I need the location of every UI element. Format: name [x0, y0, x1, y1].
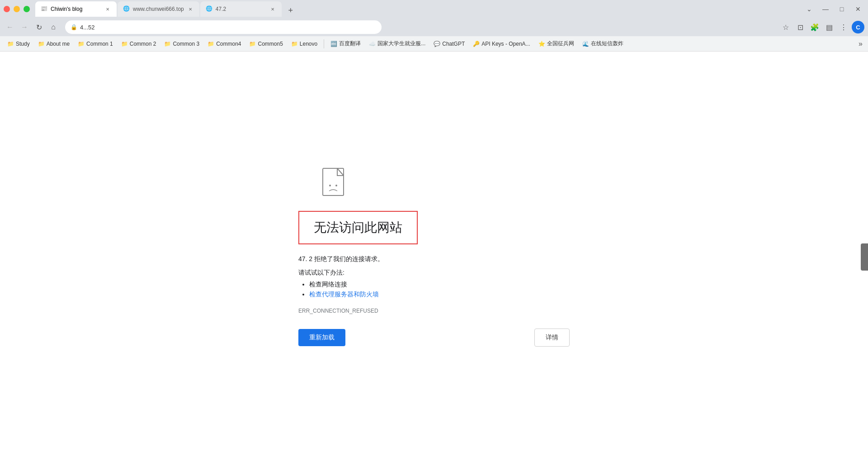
svg-point-3	[335, 185, 337, 186]
page-content: 无法访问此网站 47. 2 拒绝了我们的连接请求。 请试试以下办法: 检查网络连…	[0, 52, 868, 462]
new-tab-button[interactable]: +	[284, 4, 297, 17]
security-icon: 🔒	[71, 24, 77, 30]
bookmark-label-apikeys: API Keys - OpenA...	[481, 41, 530, 47]
folder-icon-6: 📁	[208, 41, 214, 47]
bookmark-common4[interactable]: 📁 Common4	[204, 39, 245, 49]
bookmark-common3[interactable]: 📁 Common 3	[160, 39, 203, 49]
tab-title-1: Chiwin's blog	[51, 6, 101, 12]
suggestion-2[interactable]: 检查代理服务器和防火墙	[309, 291, 379, 299]
tab-overflow-button[interactable]: ⌄	[803, 3, 816, 15]
window-controls	[4, 6, 30, 12]
close-button[interactable]: ✕	[852, 3, 864, 15]
extensions-button[interactable]: 🧩	[808, 21, 821, 33]
error-title: 无法访问此网站	[314, 219, 402, 236]
bookmark-common1[interactable]: 📁 Common 1	[74, 39, 117, 49]
folder-icon-7: 📁	[249, 41, 256, 47]
bookmark-study[interactable]: 📁 Study	[4, 39, 33, 49]
suggestion-1-text: 检查网络连接	[309, 281, 347, 288]
bookmark-label-common1: Common 1	[86, 41, 113, 47]
side-panel-button[interactable]: ▤	[823, 21, 835, 33]
cloud-icon: ☁️	[369, 41, 376, 47]
bookmark-label-lenovo: Lenovo	[300, 41, 317, 47]
bookmark-star-button[interactable]: ☆	[779, 21, 792, 33]
folder-icon: 📁	[7, 41, 14, 47]
profile-button[interactable]: C	[852, 21, 864, 33]
window-actions: ⌄ — □ ✕	[803, 3, 864, 15]
tab-chunwei[interactable]: 🌐 www.chunwei666.top ✕	[118, 1, 199, 17]
bookmarks-overflow-button[interactable]: »	[857, 38, 864, 50]
scroll-indicator	[861, 243, 868, 271]
bookmark-label-about-me: About me	[47, 41, 70, 47]
tab-close-3[interactable]: ✕	[269, 5, 276, 13]
bookmark-common5[interactable]: 📁 Common5	[245, 39, 286, 49]
suggestion-1: 检查网络连接	[309, 281, 379, 289]
key-icon: 🔑	[473, 41, 480, 47]
proxy-firewall-link[interactable]: 检查代理服务器和防火墙	[309, 291, 379, 298]
bookmark-chatgpt[interactable]: 💬 ChatGPT	[430, 39, 468, 49]
error-hint: 请试试以下办法:	[298, 269, 344, 277]
folder-icon-3: 📁	[78, 41, 85, 47]
folder-icon-5: 📁	[164, 41, 171, 47]
chatgpt-icon: 💬	[434, 41, 440, 47]
error-container: 无法访问此网站 47. 2 拒绝了我们的连接请求。 请试试以下办法: 检查网络连…	[298, 149, 570, 365]
read-mode-button[interactable]: ⊡	[794, 21, 807, 33]
forward-button[interactable]: →	[18, 21, 31, 33]
star-icon: ⭐	[538, 41, 545, 47]
bookmark-label-employment: 国家大学生就业服...	[377, 40, 425, 48]
tab-close-2[interactable]: ✕	[187, 5, 194, 13]
back-button[interactable]: ←	[4, 21, 16, 33]
error-actions: 重新加载 详情	[298, 329, 570, 347]
folder-icon-8: 📁	[291, 41, 298, 47]
address-bar[interactable]: 🔒 4...52	[65, 20, 382, 34]
bookmark-army[interactable]: ⭐ 全国征兵网	[535, 38, 578, 49]
folder-icon-4: 📁	[121, 41, 128, 47]
bookmarks-bar: 📁 Study 📁 About me 📁 Common 1 📁 Common 2…	[0, 36, 868, 52]
error-file-icon	[321, 167, 350, 200]
bookmark-label-chatgpt: ChatGPT	[442, 41, 465, 47]
menu-button[interactable]: ⋮	[837, 21, 850, 33]
title-bar: 📰 Chiwin's blog ✕ 🌐 www.chunwei666.top ✕…	[0, 0, 868, 18]
details-button[interactable]: 详情	[534, 329, 570, 347]
tab-chiwin-blog[interactable]: 📰 Chiwin's blog ✕	[35, 1, 117, 17]
svg-point-2	[329, 185, 331, 186]
close-window-button[interactable]	[4, 6, 10, 12]
error-title-box: 无法访问此网站	[298, 211, 418, 244]
reload-button[interactable]: ↻	[33, 21, 45, 33]
bookmark-lenovo[interactable]: 📁 Lenovo	[288, 39, 321, 49]
bookmark-apikeys[interactable]: 🔑 API Keys - OpenA...	[469, 39, 533, 49]
bookmark-label-study: Study	[16, 41, 30, 47]
bookmark-common2[interactable]: 📁 Common 2	[118, 39, 160, 49]
bookmark-employment[interactable]: ☁️ 国家大学生就业服...	[365, 38, 429, 49]
tab-title-3: 47.2	[216, 6, 266, 12]
chrome-window: 📰 Chiwin's blog ✕ 🌐 www.chunwei666.top ✕…	[0, 0, 868, 462]
translate-icon: 🔤	[330, 41, 337, 47]
nav-right-actions: ☆ ⊡ 🧩 ▤ ⋮ C	[779, 21, 864, 33]
bookmark-about-me[interactable]: 📁 About me	[34, 39, 73, 49]
bookmark-label-baidu: 百度翻译	[339, 40, 361, 48]
bookmark-sms[interactable]: 🌊 在线短信轰炸	[579, 38, 627, 49]
bookmark-label-common3: Common 3	[173, 41, 199, 47]
error-description: 47. 2 拒绝了我们的连接请求。	[298, 255, 384, 263]
nav-bar: ← → ↻ ⌂ 🔒 4...52 ☆ ⊡ 🧩 ▤ ⋮ C	[0, 18, 868, 36]
maximize-window-button[interactable]	[24, 6, 30, 12]
reload-button[interactable]: 重新加载	[298, 329, 345, 346]
tab-favicon-3: 🌐	[206, 5, 213, 13]
tab-title-2: www.chunwei666.top	[133, 6, 184, 12]
bookmark-label-sms: 在线短信轰炸	[591, 40, 623, 48]
error-suggestions-list: 检查网络连接 检查代理服务器和防火墙	[298, 281, 379, 300]
url-text: 4...52	[80, 24, 376, 31]
sms-icon: 🌊	[582, 41, 589, 47]
minimize-window-button[interactable]	[14, 6, 20, 12]
bookmark-separator	[324, 39, 324, 48]
tab-close-1[interactable]: ✕	[104, 5, 111, 13]
bookmark-baidu-translate[interactable]: 🔤 百度翻译	[327, 38, 364, 49]
tab-favicon-2: 🌐	[123, 5, 130, 13]
bookmark-label-common5: Common5	[258, 41, 283, 47]
bookmark-label-common2: Common 2	[130, 41, 156, 47]
restore-button[interactable]: □	[835, 3, 848, 15]
minimize-button[interactable]: —	[819, 3, 832, 15]
tab-favicon-1: 📰	[41, 5, 48, 13]
tab-47[interactable]: 🌐 47.2 ✕	[200, 1, 282, 17]
home-button[interactable]: ⌂	[47, 21, 60, 33]
bookmark-label-common4: Common4	[216, 41, 241, 47]
